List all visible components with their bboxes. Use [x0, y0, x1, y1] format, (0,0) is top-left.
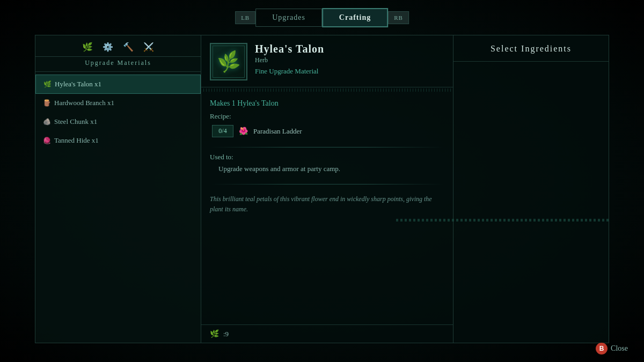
item-quality: Fine Upgrade Material: [255, 67, 444, 76]
used-to-section: Used to: Upgrade weapons and armor at pa…: [201, 153, 453, 179]
used-to-label: Used to:: [210, 153, 444, 161]
ingredients-content: [453, 62, 609, 343]
item-image: 🌿: [210, 43, 247, 80]
ingredient-name: Paradisan Ladder: [253, 127, 302, 136]
right-panel: Select Ingredients: [453, 35, 609, 343]
item-list: 🌿 Hylea's Talon x1 🪵 Hardwood Branch x1 …: [35, 72, 201, 343]
item-icon: 🪵: [43, 99, 51, 107]
list-item[interactable]: 🌿 Hylea's Talon x1: [35, 75, 201, 94]
decorative-separator: [201, 88, 453, 92]
makes-section: Makes 1 Hylea's Talon Recipe: 0/4 🌺 Para…: [201, 93, 453, 142]
panel-title: Upgrade Materials: [35, 57, 201, 72]
right-deco-separator: [396, 219, 609, 221]
item-label: Hylea's Talon x1: [55, 80, 101, 88]
item-icon: 🧶: [43, 137, 51, 145]
left-panel: 🌿 ⚙️ 🔨 ⚔️ Upgrade Materials 🌿 Hylea's Ta…: [35, 35, 201, 343]
top-navigation: LB Upgrades Crafting RB: [235, 8, 409, 27]
item-type: Herb: [255, 56, 444, 64]
main-layout: 🌿 ⚙️ 🔨 ⚔️ Upgrade Materials 🌿 Hylea's Ta…: [35, 35, 609, 343]
quantity-badge: 0/4: [212, 125, 233, 137]
item-name: Hylea's Talon: [255, 43, 444, 55]
category-icon-3[interactable]: 🔨: [123, 42, 134, 52]
item-icon: 🪨: [43, 118, 51, 126]
bottom-bar: 🌿 :9: [201, 324, 453, 343]
category-icon-1[interactable]: 🌿: [82, 42, 93, 52]
herb-icon: 🌿: [216, 49, 241, 74]
b-key: B: [596, 343, 608, 354]
ingredient-icon: 🌺: [239, 127, 248, 136]
recipe-label: Recipe:: [210, 112, 444, 121]
tab-crafting[interactable]: Crafting: [322, 8, 388, 27]
divider-2: [210, 184, 444, 184]
close-area: B Close: [596, 343, 628, 354]
flavor-text: This brilliant teal petals of this vibra…: [201, 190, 453, 219]
list-item[interactable]: 🧶 Tanned Hide x1: [35, 131, 201, 150]
list-item[interactable]: 🪨 Steel Chunk x1: [35, 113, 201, 131]
middle-panel: 🌿 Hylea's Talon Herb Fine Upgrade Materi…: [201, 35, 453, 343]
tab-upgrades[interactable]: Upgrades: [255, 9, 322, 27]
rb-button[interactable]: RB: [388, 11, 409, 24]
recipe-row: 0/4 🌺 Paradisan Ladder: [212, 125, 444, 137]
item-label: Steel Chunk x1: [54, 117, 97, 126]
used-to-desc: Upgrade weapons and armor at party camp.: [210, 164, 444, 174]
close-label[interactable]: Close: [611, 344, 628, 353]
item-icon: 🌿: [43, 80, 52, 88]
item-label: Tanned Hide x1: [54, 136, 99, 145]
category-icons: 🌿 ⚙️ 🔨 ⚔️: [35, 35, 201, 57]
list-item[interactable]: 🪵 Hardwood Branch x1: [35, 94, 201, 113]
lb-button[interactable]: LB: [235, 11, 255, 24]
item-header: 🌿 Hylea's Talon Herb Fine Upgrade Materi…: [201, 35, 453, 87]
item-label: Hardwood Branch x1: [54, 99, 114, 107]
divider: [210, 147, 444, 147]
makes-label: Makes 1 Hylea's Talon: [210, 99, 444, 108]
category-icon-4[interactable]: ⚔️: [143, 42, 154, 52]
category-icon-2[interactable]: ⚙️: [103, 42, 113, 52]
item-title-area: Hylea's Talon Herb Fine Upgrade Material: [255, 43, 444, 76]
craft-count: :9: [223, 330, 229, 338]
craft-icon: 🌿: [210, 329, 219, 338]
select-ingredients-title: Select Ingredients: [453, 35, 609, 62]
